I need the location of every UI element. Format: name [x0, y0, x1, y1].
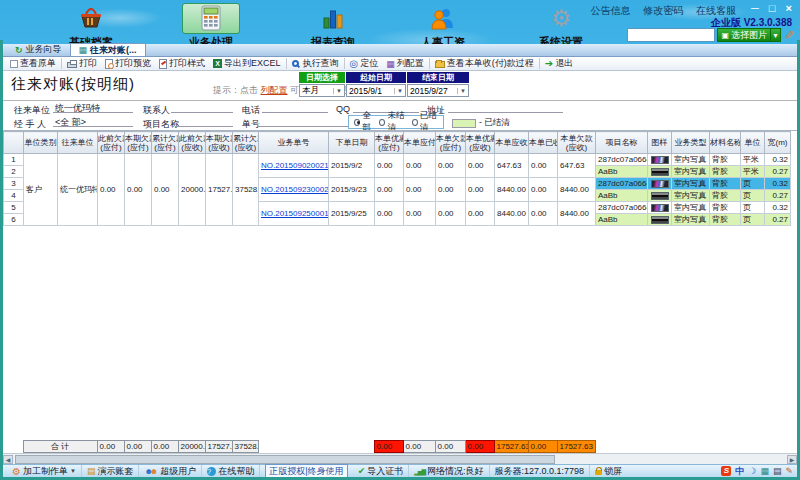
column-header[interactable]: 此前欠款(应收): [179, 132, 206, 154]
thumbnail-image[interactable]: [651, 156, 669, 164]
nav-item-hr-payroll[interactable]: 人事工资: [414, 3, 472, 50]
tab-reconciliation[interactable]: ▦ 往来对账(...: [70, 43, 146, 56]
nav-item-reports[interactable]: 报表查询: [304, 3, 362, 50]
customer-field[interactable]: 统一优玛特: [53, 102, 133, 113]
cell-owe_recv: 8440.00: [558, 178, 596, 202]
sogou-logo[interactable]: S: [721, 466, 731, 476]
radio-settled[interactable]: [412, 119, 418, 126]
column-header[interactable]: 宽(m): [765, 132, 791, 154]
locate-button[interactable]: ◎定位: [346, 57, 383, 70]
phone-field[interactable]: [262, 102, 328, 113]
minimize-button[interactable]: ─: [751, 2, 759, 14]
run-query-button[interactable]: 执行查询: [288, 57, 343, 70]
date-mode-select[interactable]: 本月▼: [299, 84, 345, 97]
thumbnail-image[interactable]: [651, 204, 669, 212]
column-header[interactable]: 本单已收: [529, 132, 558, 154]
column-header[interactable]: 本单欠款(应付): [436, 132, 466, 154]
view-original-order-button[interactable]: 查看原单: [6, 57, 60, 70]
table-row[interactable]: 1客户统一优玛特0.000.000.0020000.9017527.633752…: [4, 154, 791, 166]
column-header[interactable]: 本单应付: [404, 132, 436, 154]
end-date-select[interactable]: 2015/9/27▼: [407, 84, 469, 97]
column-header[interactable]: 本期欠款(应收): [206, 132, 233, 154]
thumbnail-image[interactable]: [651, 180, 669, 188]
print-style-button[interactable]: 打印样式: [155, 57, 209, 70]
column-header[interactable]: 材料名称: [710, 132, 741, 154]
total-pre_recv: 20000.90: [178, 441, 205, 453]
address-field[interactable]: [448, 102, 563, 113]
horizontal-scrollbar[interactable]: ◀ ▶: [3, 453, 797, 464]
pen-icon[interactable]: ✎: [785, 466, 793, 476]
print-button[interactable]: 打印: [63, 57, 101, 70]
data-table: 单位类别往来单位此前欠款(应付)本期欠款(应付)累计欠款(应付)此前欠款(应收)…: [3, 131, 791, 226]
clipboard-icon[interactable]: ▤: [773, 466, 782, 476]
close-button[interactable]: ×: [786, 2, 792, 14]
column-header[interactable]: 业务单号: [259, 132, 329, 154]
column-header[interactable]: 往来单位: [58, 132, 98, 154]
grid-icon[interactable]: ▦: [760, 466, 769, 476]
online-help-item[interactable]: ?在线帮助: [202, 465, 260, 478]
image-search-input[interactable]: [627, 28, 715, 42]
column-header[interactable]: 累计欠款(应收): [233, 132, 259, 154]
online-service-link[interactable]: 在线客服: [696, 5, 736, 16]
choose-image-dropdown[interactable]: ▼: [771, 28, 781, 42]
order-number-link[interactable]: NO.201509250001: [261, 209, 329, 218]
field-label: QQ: [336, 104, 350, 114]
scroll-right-arrow[interactable]: ▶: [787, 455, 797, 464]
cell-thumbnail: [648, 214, 672, 226]
column-header[interactable]: 本单欠款(应收): [558, 132, 596, 154]
cell-width: 0.27: [765, 166, 791, 178]
nav-item-business[interactable]: 业务处理: [182, 3, 240, 50]
column-header[interactable]: 本单优惠(应收): [466, 132, 495, 154]
export-excel-button[interactable]: X导出到EXCEL: [209, 57, 285, 70]
column-header[interactable]: 下单日期: [329, 132, 375, 154]
cell-width: 0.27: [765, 214, 791, 226]
project-name-field[interactable]: [175, 116, 233, 127]
order-no-field[interactable]: [258, 116, 348, 127]
radio-all[interactable]: [354, 119, 360, 126]
change-password-link[interactable]: 修改密码: [643, 5, 683, 16]
import-certificate-item[interactable]: ✔导入证书: [353, 465, 410, 478]
scroll-left-arrow[interactable]: ◀: [3, 455, 13, 464]
row-number: 2: [4, 166, 24, 178]
handler-field[interactable]: <全 部>: [53, 116, 133, 127]
contact-field[interactable]: [171, 102, 233, 113]
field-label: 联系人: [143, 104, 170, 117]
start-date-select[interactable]: 2015/9/1▼: [346, 84, 406, 97]
payment-process-button[interactable]: 查看本单收(付)款过程: [431, 57, 538, 70]
row-number: 3: [4, 178, 24, 190]
column-header[interactable]: [4, 132, 24, 154]
order-number-link[interactable]: NO.201509020021: [261, 161, 329, 170]
column-header[interactable]: 图样: [648, 132, 672, 154]
column-header[interactable]: 单位: [741, 132, 765, 154]
cell-customer-pre_pay: 0.00: [98, 154, 125, 226]
restore-button[interactable]: □: [769, 2, 776, 14]
thumbnail-image[interactable]: [651, 168, 669, 176]
moon-icon[interactable]: ☽: [748, 466, 756, 476]
column-header[interactable]: 本单应收: [495, 132, 529, 154]
column-header[interactable]: 项目名称: [596, 132, 648, 154]
column-header[interactable]: 本单优惠(应付): [375, 132, 404, 154]
column-header[interactable]: 累计欠款(应付): [152, 132, 179, 154]
thumbnail-image[interactable]: [651, 192, 669, 200]
column-config-button[interactable]: ▦列配置: [382, 57, 428, 70]
column-header[interactable]: 单位类别: [24, 132, 58, 154]
exit-button[interactable]: ➔退出: [541, 57, 577, 70]
column-header[interactable]: 业务类型: [672, 132, 710, 154]
radio-unsettled[interactable]: [379, 119, 385, 126]
demo-account-item[interactable]: ▤演示账套: [82, 465, 140, 478]
thumbnail-image[interactable]: [651, 216, 669, 224]
choose-image-button[interactable]: ▣ 选择图片: [717, 28, 771, 42]
column-header[interactable]: 此前欠款(应付): [98, 132, 125, 154]
cell-payable: 0.00: [404, 202, 436, 226]
tab-business-wizard[interactable]: ↻ 业务向导: [7, 43, 70, 56]
column-config-link[interactable]: 列配置: [261, 85, 288, 95]
announcement-link[interactable]: 公告信息: [590, 5, 630, 16]
order-number-link[interactable]: NO.201509230002: [261, 185, 329, 194]
chinese-mode-icon[interactable]: 中: [735, 465, 744, 478]
lock-screen-item[interactable]: 锁屏: [590, 465, 627, 478]
work-order-menu[interactable]: ⚙加工制作单▼: [7, 465, 82, 478]
total-received: 0.00: [528, 441, 557, 453]
column-header[interactable]: 本期欠款(应付): [125, 132, 152, 154]
super-user-item[interactable]: ☻☻超级用户: [139, 465, 202, 478]
print-preview-button[interactable]: 打印预览: [101, 57, 155, 70]
